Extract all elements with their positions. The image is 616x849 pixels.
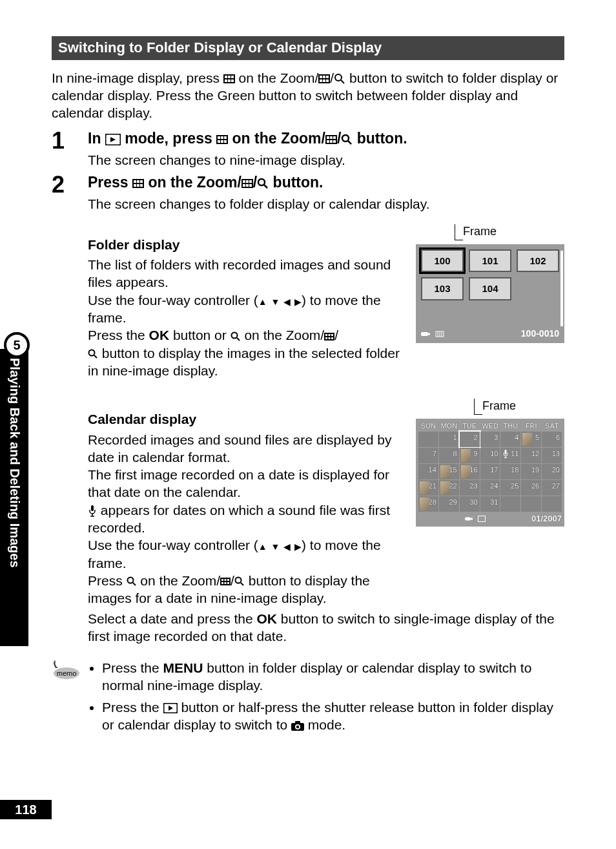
svg-rect-19 xyxy=(218,136,220,139)
step-1-heading: In mode, press on the Zoom// button. xyxy=(88,129,564,149)
calendar-cell: 5 xyxy=(521,432,541,447)
calendar-cell xyxy=(542,496,562,512)
calendar-p3: appears for dates on which a sound file … xyxy=(88,501,404,537)
intro-paragraph: In nine-image display, press on the Zoom… xyxy=(52,69,564,122)
nine-grid-icon xyxy=(132,179,144,188)
svg-rect-23 xyxy=(221,140,223,143)
calendar-cell: 28 xyxy=(418,496,438,512)
svg-marker-17 xyxy=(110,137,116,142)
svg-line-33 xyxy=(348,141,351,144)
nine-grid-icon xyxy=(223,74,235,83)
calendar-cell: 25 xyxy=(500,480,520,496)
svg-rect-78 xyxy=(227,582,229,584)
magnify-icon xyxy=(341,134,353,145)
svg-rect-53 xyxy=(325,334,327,336)
svg-rect-4 xyxy=(225,79,227,82)
svg-rect-10 xyxy=(326,76,329,78)
svg-rect-62 xyxy=(428,333,430,335)
calendar-status-icons xyxy=(464,514,487,525)
calendar-cell: 14 xyxy=(418,464,438,479)
svg-rect-6 xyxy=(231,79,234,82)
calendar-weekdays: SUNMONTUEWEDTHUFRISAT xyxy=(418,421,562,430)
svg-rect-75 xyxy=(227,579,229,581)
folder-status-text: 100-0010 xyxy=(521,328,559,339)
svg-rect-37 xyxy=(140,180,143,183)
arrow-down-icon: ▼ xyxy=(271,541,280,552)
arrow-up-icon: ▲ xyxy=(258,297,267,307)
svg-rect-9 xyxy=(323,76,325,78)
svg-rect-74 xyxy=(225,579,227,581)
svg-rect-12 xyxy=(323,79,325,82)
svg-rect-26 xyxy=(327,136,329,139)
svg-point-32 xyxy=(342,135,349,142)
scrollbar-rail xyxy=(560,251,563,326)
calendar-cell: 26 xyxy=(521,480,541,496)
playback-mode-icon xyxy=(163,703,178,713)
svg-line-49 xyxy=(264,185,267,188)
calendar-footer-date: 01/2007 xyxy=(531,514,562,525)
frame-label: Frame xyxy=(474,399,564,415)
calendar-cell: 29 xyxy=(439,496,459,512)
svg-rect-86 xyxy=(478,516,485,522)
folder-display-figure: 100 101 102 103 104 xyxy=(416,244,564,343)
step-1-sub: The screen changes to nine-image display… xyxy=(88,151,564,169)
folder-cell: 102 xyxy=(517,249,559,273)
svg-rect-3 xyxy=(231,76,234,78)
frame-label: Frame xyxy=(455,224,564,240)
svg-rect-54 xyxy=(329,334,331,336)
page-content: Switching to Folder Display or Calendar … xyxy=(52,36,564,737)
calendar-cell xyxy=(521,496,541,512)
calendar-p5: Press on the Zoom// button to display th… xyxy=(88,572,404,607)
calendar-cell xyxy=(500,496,520,512)
svg-point-94 xyxy=(296,726,299,728)
svg-rect-5 xyxy=(228,79,231,82)
section-heading: Switching to Folder Display or Calendar … xyxy=(52,36,564,60)
svg-marker-90 xyxy=(169,706,173,711)
folder-cell: 103 xyxy=(421,277,464,300)
svg-rect-20 xyxy=(221,136,223,139)
calendar-cell: 8 xyxy=(439,448,459,463)
svg-rect-24 xyxy=(224,140,227,143)
svg-point-79 xyxy=(235,578,241,583)
svg-rect-81 xyxy=(505,450,507,454)
svg-rect-92 xyxy=(295,721,300,724)
svg-rect-61 xyxy=(421,332,428,336)
calendar-cell: 6 xyxy=(542,432,562,447)
svg-rect-29 xyxy=(327,140,329,143)
arrow-right-icon: ▶ xyxy=(294,297,302,307)
memo-item-1: Press the MENU button in folder display … xyxy=(102,659,564,695)
svg-rect-67 xyxy=(91,505,94,511)
arrow-right-icon: ▶ xyxy=(294,541,302,552)
svg-rect-39 xyxy=(137,184,139,187)
calendar-cell: 1 xyxy=(439,432,459,447)
calendar-cell: 20 xyxy=(542,464,562,479)
svg-rect-72 xyxy=(220,578,231,585)
arrow-left-icon: ◀ xyxy=(283,297,291,307)
nine-grid-icon xyxy=(216,135,228,144)
svg-rect-47 xyxy=(249,184,252,187)
step-2-sub: The screen changes to folder display or … xyxy=(88,195,564,213)
svg-rect-8 xyxy=(320,76,322,78)
calendar-p6: Select a date and press the OK button to… xyxy=(88,610,564,645)
playback-mode-icon xyxy=(105,134,121,145)
chapter-number-badge: 5 xyxy=(4,332,30,358)
svg-rect-77 xyxy=(225,582,227,584)
svg-point-70 xyxy=(127,578,133,583)
step-number: 1 xyxy=(52,127,65,154)
calendar-cell: 2 xyxy=(460,432,480,447)
calendar-cell: 11 xyxy=(500,448,520,463)
memo-icon: memo xyxy=(52,659,81,686)
svg-line-51 xyxy=(237,338,240,341)
chapter-side-tab: 5 Playing Back and Deleting Images xyxy=(0,349,28,646)
svg-rect-2 xyxy=(228,76,231,78)
calendar-cell: 31 xyxy=(480,496,500,512)
page-number: 118 xyxy=(0,800,52,819)
svg-rect-57 xyxy=(329,337,331,339)
arrow-down-icon: ▼ xyxy=(271,297,280,307)
svg-rect-85 xyxy=(471,518,473,520)
svg-rect-44 xyxy=(249,180,252,183)
svg-rect-55 xyxy=(331,334,333,336)
calendar-p4: Use the four-way controller (▲ ▼ ◀ ▶) to… xyxy=(88,536,404,572)
status-icons xyxy=(421,328,447,339)
nine-grid-icon xyxy=(324,333,334,341)
